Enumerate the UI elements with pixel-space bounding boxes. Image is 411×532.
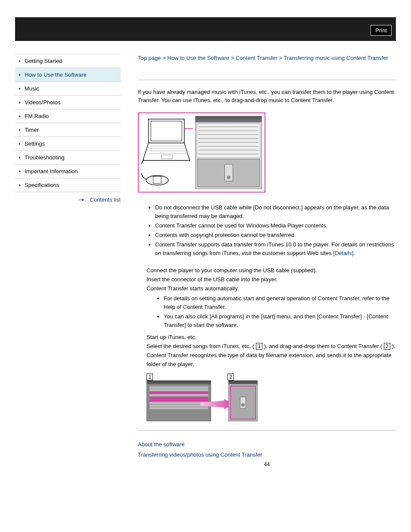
header-bar: Print (15, 17, 396, 41)
step-text: ), and drag-and-drop them to Content Tra… (264, 343, 383, 349)
laptop-icon (141, 116, 193, 189)
nav-how-to-use-software[interactable]: How to Use the Software (15, 68, 121, 82)
marker-two-icon: 2 (384, 343, 390, 350)
nav-specifications[interactable]: Specifications (15, 178, 121, 192)
breadcrumb-current: Transferring music using Content Transfe… (283, 55, 388, 61)
intro-text: If you have already managed music with i… (138, 88, 396, 105)
marker-one-icon: 1 (256, 343, 262, 350)
contents-list-wrap: Contents list (15, 192, 121, 203)
svg-rect-9 (153, 176, 161, 184)
substep-item: You can also click [All programs] in the… (164, 312, 396, 330)
sidebar: Getting Started How to Use the Software … (15, 54, 121, 467)
breadcrumb: Top page > How to Use the Software > Con… (138, 54, 396, 62)
content-transfer-target-icon (228, 380, 258, 421)
nav-getting-started[interactable]: Getting Started (15, 54, 121, 68)
nav-music[interactable]: Music (15, 82, 121, 96)
steps: Connect the player to your computer usin… (138, 266, 396, 423)
nav-important-information[interactable]: Important Information (15, 165, 121, 178)
step-connect: Connect the player to your computer usin… (146, 266, 396, 275)
nav-settings[interactable]: Settings (15, 137, 121, 151)
step-insert: Insert the connector of the USB cable in… (146, 275, 396, 284)
step-start-itunes: Start up iTunes, etc. (146, 333, 396, 342)
print-button[interactable]: Print (371, 25, 392, 36)
related-transferring-videos[interactable]: Transferring videos/photos using Content… (138, 450, 396, 460)
nav-fm-radio[interactable]: FM Radio (15, 109, 121, 123)
related-about-software[interactable]: About the software (138, 439, 396, 449)
main-content: Top page > How to Use the Software > Con… (138, 54, 396, 467)
breadcrumb-sep: > (279, 55, 282, 61)
nav-troubleshooting[interactable]: Troubleshooting (15, 151, 121, 165)
marker-one-icon: 1 (146, 373, 153, 380)
contents-list-link[interactable]: Contents list (82, 196, 121, 203)
note-item: Contents with copyright protection canno… (155, 231, 396, 240)
page-number: 44 (138, 461, 396, 467)
breadcrumb-sep: > (231, 55, 234, 61)
notes-list: Do not disconnect the USB cable while [D… (138, 203, 396, 258)
related-topics: About the software Transferring videos/p… (138, 439, 396, 460)
marker-two-icon: 2 (227, 373, 234, 380)
step-text: ). (392, 343, 395, 349)
svg-rect-0 (149, 119, 184, 143)
details-link[interactable]: [Details] (333, 250, 353, 256)
figure-overview (138, 112, 265, 193)
svg-marker-2 (143, 143, 190, 160)
nav-timer[interactable]: Timer (15, 123, 121, 137)
note-item: Content Transfer supports data transfer … (155, 240, 396, 258)
substeps: For details on setting automatic start a… (146, 294, 396, 330)
note-text: Content Transfer supports data transfer … (155, 241, 394, 256)
note-item: Content Transfer cannot be used for Wind… (155, 221, 396, 230)
breadcrumb-l1[interactable]: How to Use the Software (167, 55, 229, 61)
step-auto-start: Content Transfer starts automatically. (146, 284, 396, 293)
nav: Getting Started How to Use the Software … (15, 54, 121, 192)
note-item: Do not disconnect the USB cable while [D… (155, 203, 396, 221)
step-text: Select the desired songs from iTunes, et… (146, 343, 254, 349)
figure-drag-drop: 1 2 (146, 375, 258, 423)
divider (138, 430, 396, 431)
step-select-drag: Select the desired songs from iTunes, et… (146, 342, 396, 351)
step-recognize: Content Transfer recognizes the type of … (146, 351, 396, 369)
breadcrumb-sep: > (162, 55, 166, 61)
breadcrumb-l2[interactable]: Content Transfer (236, 55, 277, 61)
divider (138, 80, 396, 80)
content-transfer-window-icon (195, 116, 262, 189)
nav-videos-photos[interactable]: Videos/Photos (15, 96, 121, 109)
substep-item: For details on setting automatic start a… (164, 294, 396, 311)
breadcrumb-top[interactable]: Top page (138, 55, 161, 61)
